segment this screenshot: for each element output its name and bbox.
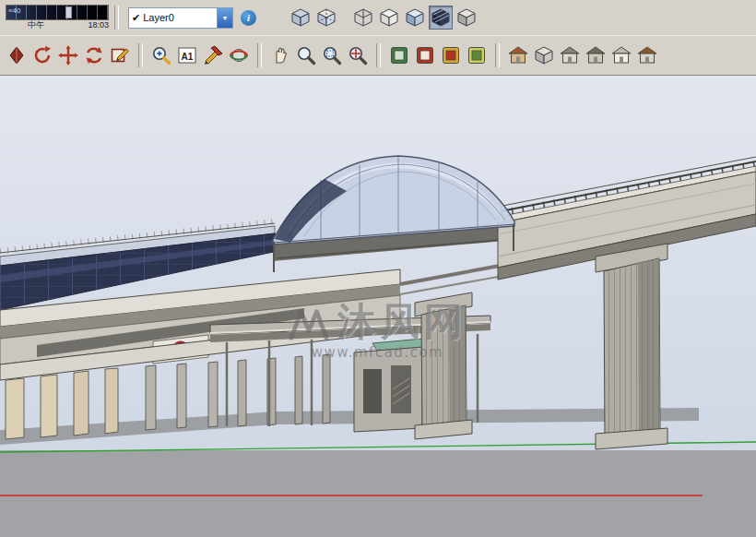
back-edges-style-button[interactable]: [314, 6, 338, 30]
house-front-icon[interactable]: [558, 43, 582, 67]
ground: [0, 450, 756, 537]
layer-check-icon: ✔: [132, 12, 140, 24]
photo-textures-tool-icon[interactable]: [465, 43, 489, 67]
red-pencil-box-tool-icon[interactable]: [108, 43, 132, 67]
orbit-tool-icon[interactable]: [227, 43, 251, 67]
section-plane-tool-icon[interactable]: [387, 43, 411, 67]
svg-text:A1: A1: [182, 52, 194, 62]
face-style-toolbar: [288, 6, 479, 30]
toolbar-separator: [376, 43, 381, 67]
layer-name-value: Layer0: [143, 12, 217, 23]
layer-dropdown-button[interactable]: ▼: [217, 8, 232, 28]
red-cross-arrows-tool-icon[interactable]: [56, 43, 80, 67]
hidden-line-style-button[interactable]: [377, 6, 401, 30]
pencil-palette-tool-icon[interactable]: [201, 43, 225, 67]
wireframe-style-button[interactable]: [351, 6, 375, 30]
red-swirl-tool-icon[interactable]: [30, 43, 54, 67]
get-models-house-icon[interactable]: [506, 43, 530, 67]
toolbar-row-1: «40 中午 18:03 ✔ Layer0 ▼ i: [0, 0, 756, 35]
component-box-icon[interactable]: [532, 43, 556, 67]
toolbar-separator: [114, 6, 119, 30]
3d-viewport[interactable]: 沐风网 www.mfcad.com: [0, 76, 756, 537]
text-a1-tool-icon[interactable]: A1: [175, 43, 199, 67]
add-location-tool-icon[interactable]: [439, 43, 463, 67]
red-refresh-tool-icon[interactable]: [82, 43, 106, 67]
shaded-style-button[interactable]: [403, 6, 427, 30]
xray-style-button[interactable]: [289, 6, 313, 30]
toolbar-area: «40 中午 18:03 ✔ Layer0 ▼ i A1: [0, 0, 756, 76]
shadow-slider-bar[interactable]: «40: [6, 5, 109, 20]
toolbar-separator: [257, 43, 262, 67]
zoom-tool-icon[interactable]: [294, 43, 318, 67]
toolbar-separator: [138, 43, 143, 67]
pan-hand-tool-icon[interactable]: [268, 43, 292, 67]
maroon-diamond-tool-icon[interactable]: [5, 43, 29, 67]
shadow-slider-labels: 中午 18:03: [6, 21, 109, 30]
shadow-noon-label: 中午: [28, 21, 44, 30]
sketchup-app: «40 中午 18:03 ✔ Layer0 ▼ i A1: [0, 0, 756, 537]
layer-combobox[interactable]: ✔ Layer0 ▼: [128, 7, 233, 29]
shed-icon[interactable]: [584, 43, 608, 67]
bridge-pier-mid: [415, 292, 472, 439]
zoom-plus-tool-icon[interactable]: [149, 43, 173, 67]
house-outline-icon[interactable]: [609, 43, 633, 67]
tools-toolbar: A1: [0, 35, 756, 75]
shadow-slider-caption: «40: [8, 7, 20, 15]
position-camera-tool-icon[interactable]: [413, 43, 437, 67]
toolbar-gap: [339, 6, 350, 30]
shaded-with-textures-style-button[interactable]: [429, 6, 453, 30]
shadow-time-label: 18:03: [88, 21, 109, 30]
garage-icon[interactable]: [635, 43, 659, 67]
monochrome-style-button[interactable]: [455, 6, 478, 30]
shadow-slider-thumb[interactable]: [65, 6, 72, 18]
zoom-window-tool-icon[interactable]: [320, 43, 344, 67]
layer-manager-icon[interactable]: i: [241, 10, 256, 26]
shadow-time-slider[interactable]: «40 中午 18:03: [6, 5, 109, 30]
model-scene: [0, 76, 756, 537]
zoom-extents-tool-icon[interactable]: [346, 43, 370, 67]
toolbar-separator: [495, 43, 500, 67]
bridge-pier-right: [596, 244, 667, 449]
